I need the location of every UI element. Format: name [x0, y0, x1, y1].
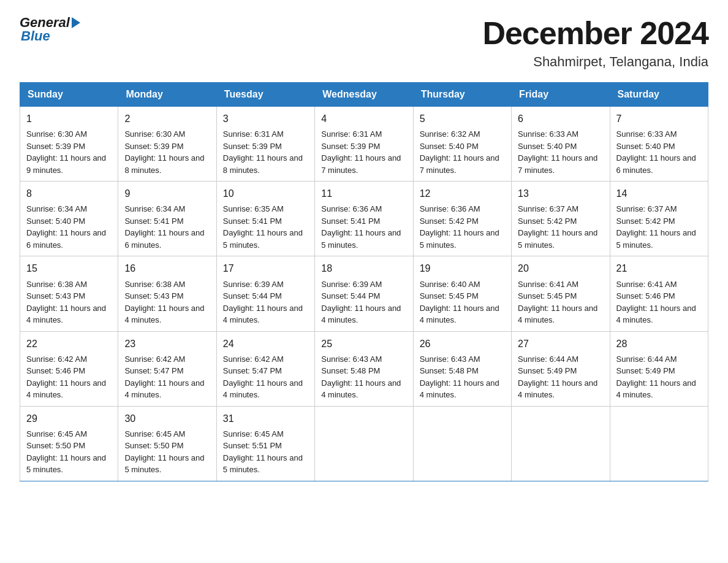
calendar-week-row: 8Sunrise: 6:34 AMSunset: 5:40 PMDaylight… [20, 182, 708, 256]
day-info: Sunrise: 6:42 AMSunset: 5:46 PMDaylight:… [26, 353, 112, 401]
day-info: Sunrise: 6:39 AMSunset: 5:44 PMDaylight:… [223, 278, 308, 326]
calendar-header-row: SundayMondayTuesdayWednesdayThursdayFrid… [20, 83, 708, 107]
day-info: Sunrise: 6:35 AMSunset: 5:41 PMDaylight:… [223, 203, 308, 251]
calendar-cell: 10Sunrise: 6:35 AMSunset: 5:41 PMDayligh… [216, 182, 314, 256]
day-number: 28 [616, 337, 702, 351]
calendar-cell: 17Sunrise: 6:39 AMSunset: 5:44 PMDayligh… [216, 256, 314, 331]
col-header-friday: Friday [512, 83, 610, 107]
day-number: 11 [321, 186, 406, 201]
calendar-week-row: 1Sunrise: 6:30 AMSunset: 5:39 PMDaylight… [20, 107, 708, 182]
calendar-cell: 27Sunrise: 6:44 AMSunset: 5:49 PMDayligh… [512, 331, 610, 406]
calendar-cell: 30Sunrise: 6:45 AMSunset: 5:50 PMDayligh… [118, 406, 216, 481]
day-info: Sunrise: 6:44 AMSunset: 5:49 PMDaylight:… [616, 353, 702, 401]
calendar-cell: 21Sunrise: 6:41 AMSunset: 5:46 PMDayligh… [610, 256, 708, 331]
calendar-cell: 1Sunrise: 6:30 AMSunset: 5:39 PMDaylight… [20, 107, 118, 182]
day-info: Sunrise: 6:37 AMSunset: 5:42 PMDaylight:… [616, 203, 702, 251]
day-info: Sunrise: 6:33 AMSunset: 5:40 PMDaylight:… [616, 128, 702, 176]
day-number: 31 [223, 412, 308, 426]
day-number: 5 [420, 112, 505, 126]
day-number: 4 [321, 112, 406, 126]
day-number: 10 [223, 186, 308, 201]
day-number: 27 [518, 337, 603, 351]
calendar-cell [512, 406, 610, 481]
day-number: 26 [420, 337, 505, 351]
day-info: Sunrise: 6:34 AMSunset: 5:40 PMDaylight:… [26, 203, 112, 251]
day-number: 13 [518, 186, 603, 201]
day-number: 29 [26, 412, 112, 426]
day-number: 7 [616, 112, 702, 126]
day-info: Sunrise: 6:40 AMSunset: 5:45 PMDaylight:… [420, 278, 505, 326]
calendar-cell [315, 406, 413, 481]
day-info: Sunrise: 6:41 AMSunset: 5:46 PMDaylight:… [616, 278, 702, 326]
title-section: December 2024 Shahmirpet, Telangana, Ind… [482, 15, 708, 70]
day-number: 2 [124, 112, 210, 126]
day-info: Sunrise: 6:44 AMSunset: 5:49 PMDaylight:… [518, 353, 603, 401]
calendar-title: December 2024 [482, 15, 708, 52]
day-info: Sunrise: 6:45 AMSunset: 5:50 PMDaylight:… [124, 428, 210, 476]
day-info: Sunrise: 6:30 AMSunset: 5:39 PMDaylight:… [26, 128, 112, 176]
calendar-cell: 18Sunrise: 6:39 AMSunset: 5:44 PMDayligh… [315, 256, 413, 331]
calendar-cell: 25Sunrise: 6:43 AMSunset: 5:48 PMDayligh… [315, 331, 413, 406]
day-info: Sunrise: 6:36 AMSunset: 5:41 PMDaylight:… [321, 203, 406, 251]
calendar-cell: 31Sunrise: 6:45 AMSunset: 5:51 PMDayligh… [216, 406, 314, 481]
day-info: Sunrise: 6:39 AMSunset: 5:44 PMDaylight:… [321, 278, 406, 326]
day-info: Sunrise: 6:32 AMSunset: 5:40 PMDaylight:… [420, 128, 505, 176]
calendar-week-row: 15Sunrise: 6:38 AMSunset: 5:43 PMDayligh… [20, 256, 708, 331]
calendar-cell: 13Sunrise: 6:37 AMSunset: 5:42 PMDayligh… [512, 182, 610, 256]
day-number: 16 [124, 261, 210, 275]
calendar-subtitle: Shahmirpet, Telangana, India [482, 54, 708, 70]
calendar-cell: 2Sunrise: 6:30 AMSunset: 5:39 PMDaylight… [118, 107, 216, 182]
calendar-week-row: 29Sunrise: 6:45 AMSunset: 5:50 PMDayligh… [20, 406, 708, 481]
day-info: Sunrise: 6:38 AMSunset: 5:43 PMDaylight:… [124, 278, 210, 326]
col-header-tuesday: Tuesday [216, 83, 314, 107]
calendar-cell: 3Sunrise: 6:31 AMSunset: 5:39 PMDaylight… [216, 107, 314, 182]
day-number: 25 [321, 337, 406, 351]
day-number: 24 [223, 337, 308, 351]
day-info: Sunrise: 6:41 AMSunset: 5:45 PMDaylight:… [518, 278, 603, 326]
day-info: Sunrise: 6:31 AMSunset: 5:39 PMDaylight:… [321, 128, 406, 176]
calendar-cell [610, 406, 708, 481]
calendar-cell: 26Sunrise: 6:43 AMSunset: 5:48 PMDayligh… [413, 331, 511, 406]
day-number: 12 [420, 186, 505, 201]
calendar-cell: 6Sunrise: 6:33 AMSunset: 5:40 PMDaylight… [512, 107, 610, 182]
day-number: 3 [223, 112, 308, 126]
day-number: 19 [420, 261, 505, 275]
page-header: General Blue December 2024 Shahmirpet, T… [20, 15, 708, 70]
calendar-cell: 8Sunrise: 6:34 AMSunset: 5:40 PMDaylight… [20, 182, 118, 256]
day-info: Sunrise: 6:34 AMSunset: 5:41 PMDaylight:… [124, 203, 210, 251]
calendar-cell: 11Sunrise: 6:36 AMSunset: 5:41 PMDayligh… [315, 182, 413, 256]
day-number: 9 [124, 186, 210, 201]
day-info: Sunrise: 6:42 AMSunset: 5:47 PMDaylight:… [223, 353, 308, 401]
day-number: 15 [26, 261, 112, 275]
day-number: 23 [124, 337, 210, 351]
calendar-week-row: 22Sunrise: 6:42 AMSunset: 5:46 PMDayligh… [20, 331, 708, 406]
calendar-table: SundayMondayTuesdayWednesdayThursdayFrid… [20, 82, 708, 481]
col-header-thursday: Thursday [413, 83, 511, 107]
day-number: 30 [124, 412, 210, 426]
calendar-cell: 12Sunrise: 6:36 AMSunset: 5:42 PMDayligh… [413, 182, 511, 256]
calendar-cell: 19Sunrise: 6:40 AMSunset: 5:45 PMDayligh… [413, 256, 511, 331]
day-number: 1 [26, 112, 112, 126]
day-number: 20 [518, 261, 603, 275]
day-info: Sunrise: 6:38 AMSunset: 5:43 PMDaylight:… [26, 278, 112, 326]
day-info: Sunrise: 6:37 AMSunset: 5:42 PMDaylight:… [518, 203, 603, 251]
calendar-cell: 16Sunrise: 6:38 AMSunset: 5:43 PMDayligh… [118, 256, 216, 331]
calendar-cell: 9Sunrise: 6:34 AMSunset: 5:41 PMDaylight… [118, 182, 216, 256]
calendar-cell: 4Sunrise: 6:31 AMSunset: 5:39 PMDaylight… [315, 107, 413, 182]
day-number: 18 [321, 261, 406, 275]
day-info: Sunrise: 6:43 AMSunset: 5:48 PMDaylight:… [321, 353, 406, 401]
day-info: Sunrise: 6:36 AMSunset: 5:42 PMDaylight:… [420, 203, 505, 251]
calendar-cell: 14Sunrise: 6:37 AMSunset: 5:42 PMDayligh… [610, 182, 708, 256]
col-header-wednesday: Wednesday [315, 83, 413, 107]
day-number: 14 [616, 186, 702, 201]
day-info: Sunrise: 6:45 AMSunset: 5:50 PMDaylight:… [26, 428, 112, 476]
col-header-monday: Monday [118, 83, 216, 107]
calendar-cell: 20Sunrise: 6:41 AMSunset: 5:45 PMDayligh… [512, 256, 610, 331]
day-info: Sunrise: 6:42 AMSunset: 5:47 PMDaylight:… [124, 353, 210, 401]
col-header-sunday: Sunday [20, 83, 118, 107]
logo-blue-text: Blue [20, 28, 80, 44]
day-number: 6 [518, 112, 603, 126]
day-info: Sunrise: 6:33 AMSunset: 5:40 PMDaylight:… [518, 128, 603, 176]
calendar-cell: 29Sunrise: 6:45 AMSunset: 5:50 PMDayligh… [20, 406, 118, 481]
day-info: Sunrise: 6:45 AMSunset: 5:51 PMDaylight:… [223, 428, 308, 476]
